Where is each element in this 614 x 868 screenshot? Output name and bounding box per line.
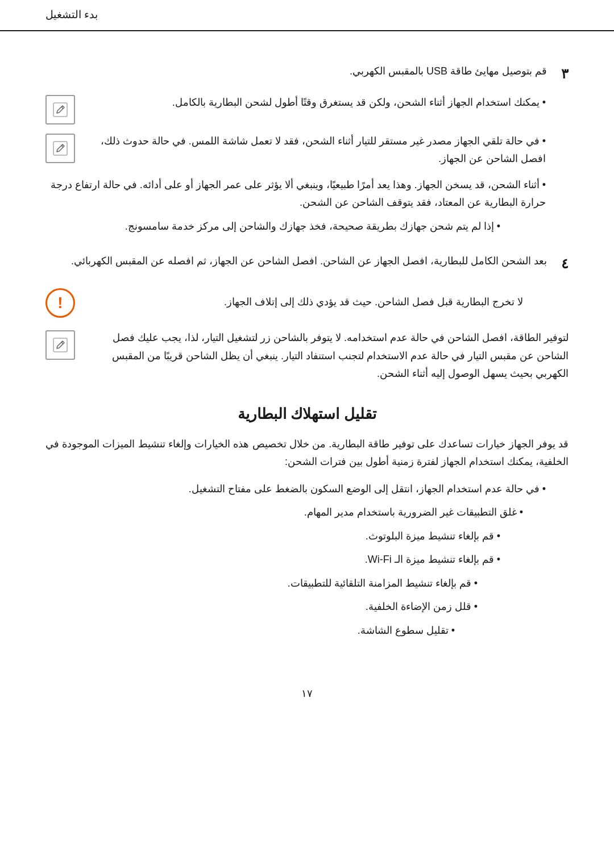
battery-bullet-5: • قم بإلغاء تنشيط المزامنة التلقائية للت… bbox=[45, 575, 569, 593]
battery-bullet-2: • غلق التطبيقات غير الضرورية باستخدام مد… bbox=[45, 504, 569, 522]
note-1-text: لتوفير الطاقة، افصل الشاحن في حالة عدم ا… bbox=[85, 329, 569, 383]
pencil-note-icon-box-2 bbox=[45, 134, 75, 163]
pencil-svg-3 bbox=[52, 337, 68, 353]
section-3-bullet-3: • أثناء الشحن، قد يسخن الجهاز. وهذا يعد … bbox=[45, 176, 569, 212]
pencil-icon-2 bbox=[45, 134, 75, 163]
warning-icon-circle: ! bbox=[45, 288, 75, 318]
battery-intro: قد يوفر الجهاز خيارات تساعدك على توفير ط… bbox=[45, 435, 569, 471]
warning-block: لا تخرج البطارية قبل فصل الشاحن. حيث قد … bbox=[45, 287, 569, 318]
pencil-icon-1 bbox=[45, 95, 75, 124]
pencil-icon-3 bbox=[45, 330, 75, 360]
content-area: ٣ قم بتوصيل مهايئ طاقة USB بالمقبس الكهر… bbox=[45, 63, 569, 703]
battery-bullet-1: • في حالة عدم استخدام الجهاز، انتقل إلى … bbox=[45, 480, 569, 499]
section-4-title: بعد الشحن الكامل للبطارية، افصل الجهاز ع… bbox=[45, 252, 547, 271]
battery-section: تقليل استهلاك البطارية قد يوفر الجهاز خي… bbox=[45, 401, 569, 640]
pencil-note-icon-box-3 bbox=[45, 330, 75, 360]
section-3-bullet-1-row: • يمكنك استخدام الجهاز أثناء الشحن، ولكن… bbox=[45, 94, 569, 124]
section-3-title: قم بتوصيل مهايئ طاقة USB بالمقبس الكهربي… bbox=[45, 63, 547, 81]
pencil-note-icon-box bbox=[45, 95, 75, 124]
svg-rect-0 bbox=[53, 103, 67, 117]
section-3-bullet-4: • إذا لم يتم شحن جهازك بطريقة صحيحة، فخذ… bbox=[45, 218, 569, 236]
battery-bullet-3: • قم بإلغاء تنشيط ميزة البلوتوث. bbox=[45, 528, 569, 546]
section-3-number: ٣ bbox=[553, 63, 569, 86]
section-4-title-line: ٤ بعد الشحن الكامل للبطارية، افصل الجهاز… bbox=[45, 252, 569, 276]
section-3-block: ٣ قم بتوصيل مهايئ طاقة USB بالمقبس الكهر… bbox=[45, 63, 569, 235]
battery-bullet-6: • قلل زمن الإضاءة الخلفية. bbox=[45, 598, 569, 616]
section-3-bullet-2-text: • في حالة تلقي الجهاز مصدر غير مستقر للت… bbox=[85, 132, 546, 168]
page-number: ١٧ bbox=[45, 685, 569, 703]
section-4-number: ٤ bbox=[553, 252, 569, 276]
warning-text: لا تخرج البطارية قبل فصل الشاحن. حيث قد … bbox=[85, 293, 523, 312]
section-3-bullet-2-row: • في حالة تلقي الجهاز مصدر غير مستقر للت… bbox=[45, 132, 569, 168]
warning-icon-wrap: ! bbox=[45, 288, 75, 318]
svg-rect-2 bbox=[53, 338, 67, 352]
warning-exclamation: ! bbox=[57, 295, 63, 311]
section-3-title-line: ٣ قم بتوصيل مهايئ طاقة USB بالمقبس الكهر… bbox=[45, 63, 569, 86]
header-title: بدء التشغيل bbox=[45, 6, 98, 24]
pencil-svg-2 bbox=[52, 140, 68, 156]
battery-section-title: تقليل استهلاك البطارية bbox=[45, 401, 569, 426]
page-container: بدء التشغيل ٣ قم بتوصيل مهايئ طاقة USB ب… bbox=[0, 0, 614, 737]
header-bar: بدء التشغيل bbox=[0, 0, 614, 31]
pencil-svg bbox=[52, 102, 68, 118]
note-1-block: لتوفير الطاقة، افصل الشاحن في حالة عدم ا… bbox=[45, 329, 569, 383]
battery-bullet-7: • تقليل سطوع الشاشة. bbox=[45, 622, 569, 640]
section-3-bullet-1-text: • يمكنك استخدام الجهاز أثناء الشحن، ولكن… bbox=[85, 94, 546, 112]
section-4-block: ٤ بعد الشحن الكامل للبطارية، افصل الجهاز… bbox=[45, 252, 569, 383]
svg-rect-1 bbox=[53, 142, 67, 155]
battery-bullet-4: • قم بإلغاء تنشيط ميزة الـ Wi-Fi. bbox=[45, 551, 569, 569]
